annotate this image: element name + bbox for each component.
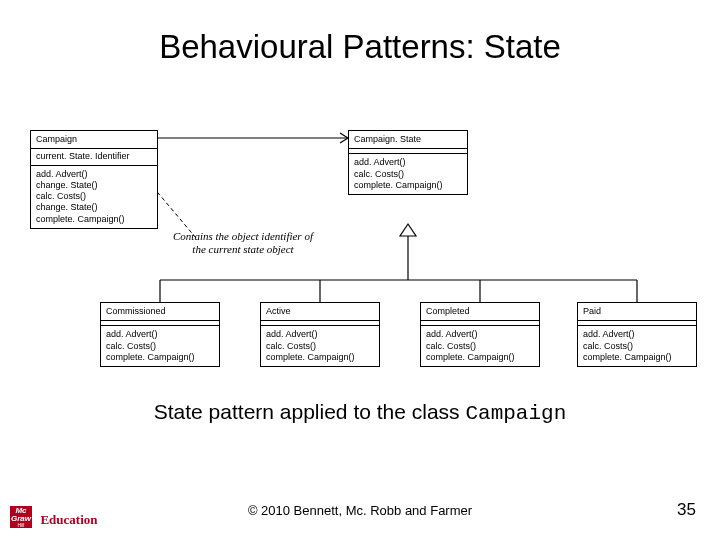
- uml-class-attrs: current. State. Identifier: [31, 149, 157, 165]
- uml-class-ops: add. Advert()change. State()calc. Costs(…: [31, 166, 157, 228]
- uml-class-commissioned: Commissioned add. Advert()calc. Costs()c…: [100, 302, 220, 367]
- uml-class-name: Completed: [421, 303, 539, 321]
- diagram-note: Contains the object identifier of the cu…: [168, 230, 318, 255]
- uml-class-name: Commissioned: [101, 303, 219, 321]
- uml-class-campaignstate: Campaign. State add. Advert()calc. Costs…: [348, 130, 468, 195]
- uml-diagram: Campaign current. State. Identifier add.…: [20, 130, 700, 390]
- page-number: 35: [677, 500, 696, 520]
- caption-classname: Campaign: [465, 402, 566, 425]
- uml-class-ops: add. Advert()calc. Costs()complete. Camp…: [101, 326, 219, 366]
- logo-square: Mc Graw Hill: [10, 506, 32, 528]
- uml-class-ops: add. Advert()calc. Costs()complete. Camp…: [421, 326, 539, 366]
- uml-class-name: Campaign: [31, 131, 157, 149]
- publisher-logo: Mc Graw Hill Education: [10, 506, 102, 534]
- uml-class-name: Paid: [578, 303, 696, 321]
- svg-marker-2: [400, 224, 416, 236]
- uml-class-ops: add. Advert()calc. Costs()complete. Camp…: [578, 326, 696, 366]
- slide-title: Behavioural Patterns: State: [0, 0, 720, 86]
- uml-class-name: Campaign. State: [349, 131, 467, 149]
- logo-word: Education: [40, 512, 97, 528]
- uml-class-ops: add. Advert()calc. Costs()complete. Camp…: [261, 326, 379, 366]
- slide-caption: State pattern applied to the class Campa…: [0, 400, 720, 425]
- logo-line3: Hill: [18, 523, 25, 528]
- uml-class-ops: add. Advert()calc. Costs()complete. Camp…: [349, 154, 467, 194]
- uml-class-active: Active add. Advert()calc. Costs()complet…: [260, 302, 380, 367]
- uml-class-name: Active: [261, 303, 379, 321]
- uml-class-paid: Paid add. Advert()calc. Costs()complete.…: [577, 302, 697, 367]
- caption-prefix: State pattern applied to the class: [154, 400, 466, 423]
- uml-class-campaign: Campaign current. State. Identifier add.…: [30, 130, 158, 229]
- uml-class-completed: Completed add. Advert()calc. Costs()comp…: [420, 302, 540, 367]
- copyright-text: © 2010 Bennett, Mc. Robb and Farmer: [0, 503, 720, 518]
